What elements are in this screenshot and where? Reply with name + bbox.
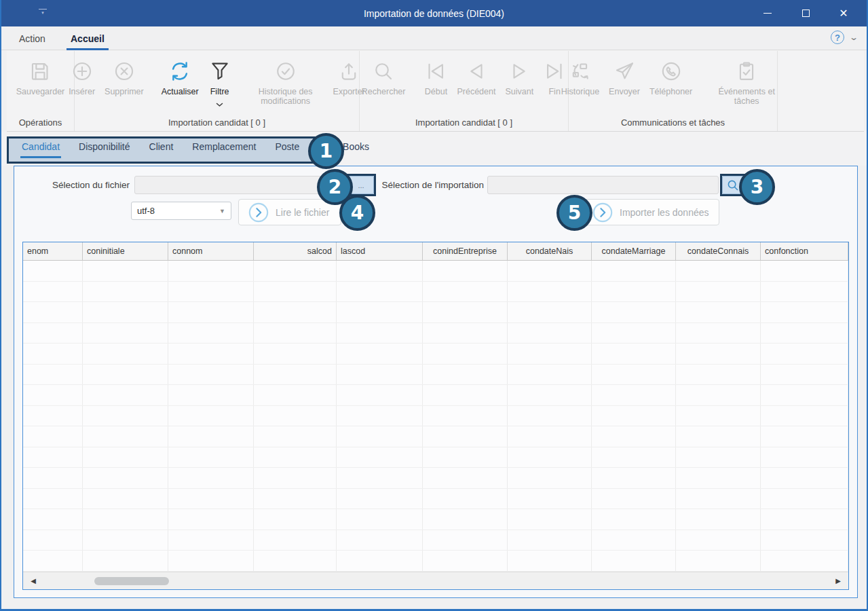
save-icon [29,57,52,86]
grid-cell [23,530,83,551]
grid-cell [508,489,592,509]
filter-dropdown-chevron-icon[interactable] [216,98,223,110]
column-header-conindEntreprise[interactable]: conindEntreprise [423,242,508,260]
grid-cell [423,551,508,571]
search-record-button[interactable]: Rechercher [357,57,411,96]
grid-cell [254,447,337,468]
column-header-confonction[interactable]: confonction [761,242,848,260]
tab-client[interactable]: Client [149,141,174,152]
grid-cell [254,489,337,509]
send-button[interactable]: Envoyer [604,57,645,96]
tab-disponibilite[interactable]: Disponibilité [79,141,130,152]
tab-remplacement[interactable]: Remplacement [192,141,256,152]
filter-button[interactable]: Filtre [204,57,236,110]
grid-cell [508,551,592,571]
grid-cell [761,261,848,281]
column-header-lascod[interactable]: lascod [337,242,423,260]
save-button[interactable]: Sauvegarder [12,57,70,96]
grid-row [23,323,848,344]
grid-cell [254,530,337,551]
scroll-right-arrow-icon[interactable]: ▶ [831,572,846,589]
column-header-connom[interactable]: connom [168,242,254,260]
grid-cell [83,385,168,405]
grid-body [23,261,848,572]
import-selection-input[interactable] [487,176,719,194]
column-header-enom[interactable]: enom [23,242,83,260]
grid-cell [254,261,337,281]
help-icon[interactable]: ? [831,31,844,44]
grid-header-row: enomconinitialeconnomsalcodlascodconindE… [23,242,848,261]
phone-icon [660,57,683,86]
delete-icon [113,57,136,86]
column-header-condateNais[interactable]: condateNais [508,242,592,260]
grid-cell [423,468,508,488]
insert-button[interactable]: Insérer [64,57,100,96]
grid-cell [337,489,423,509]
communication-history-button[interactable]: Historique [556,57,604,96]
ribbon-group-label: Communications et tâches [569,117,777,128]
refresh-button[interactable]: Actualiser [157,57,204,96]
grid-cell [592,447,676,468]
encoding-select[interactable]: utf-8 ▼ [131,202,231,220]
delete-button[interactable]: Supprimer [100,57,149,96]
first-record-icon [424,57,447,86]
grid-cell [508,468,592,488]
grid-cell [592,302,676,322]
first-record-button[interactable]: Début [419,57,452,96]
events-tasks-button[interactable]: Événements et tâches [704,57,789,106]
grid-row [23,530,848,551]
grid-cell [676,344,761,364]
ribbon: Sauvegarder Opérations Insérer Supprimer [7,51,864,132]
grid-cell [23,447,83,468]
grid-cell [508,261,592,281]
combo-arrow-icon: ▼ [219,208,225,215]
modification-history-button[interactable]: Historique des modifications [243,57,328,106]
window-title: Importation de données (DIE004) [0,8,868,19]
grid-cell [23,302,83,322]
scroll-left-arrow-icon[interactable]: ◀ [26,572,41,589]
grid-cell [337,468,423,488]
grid-cell [592,282,676,302]
grid-cell [83,509,168,530]
close-button[interactable]: ✕ [825,0,863,26]
column-header-condateConnais[interactable]: condateConnais [676,242,761,260]
grid-row [23,468,848,489]
grid-cell [761,302,848,322]
send-icon [613,57,636,86]
next-record-button[interactable]: Suivant [500,57,538,96]
grid-cell [254,323,337,344]
grid-cell [423,261,508,281]
grid-cell [254,344,337,364]
grid-cell [337,385,423,405]
minimize-button[interactable] [749,0,787,26]
grid-cell [423,344,508,364]
scrollbar-thumb[interactable] [94,577,169,585]
import-data-grid: enomconinitialeconnomsalcodlascodconindE… [22,242,849,590]
grid-cell [423,447,508,468]
maximize-button[interactable] [787,0,825,26]
grid-cell [592,385,676,405]
grid-cell [761,344,848,364]
grid-row [23,551,848,572]
column-header-coninitiale[interactable]: coninitiale [83,242,168,260]
column-header-condateMarriage[interactable]: condateMarriage [592,242,676,260]
grid-cell [83,323,168,344]
tab-candidat[interactable]: Candidat [22,141,60,152]
menu-tab-accueil[interactable]: Accueil [68,32,107,45]
chevron-down-icon[interactable]: ⌄ [849,33,858,42]
import-data-button[interactable]: Importer les données [582,199,719,225]
column-header-salcod[interactable]: salcod [254,242,337,260]
grid-cell [676,509,761,530]
file-path-input[interactable] [134,176,348,194]
previous-record-button[interactable]: Précédent [452,57,500,96]
grid-cell [423,385,508,405]
tab-poste[interactable]: Poste [275,141,299,152]
grid-cell [676,302,761,322]
phone-button[interactable]: Téléphoner [645,57,697,96]
horizontal-scrollbar[interactable]: ◀ ▶ [23,572,848,589]
grid-row [23,261,848,282]
grid-cell [254,509,337,530]
grid-cell [592,509,676,530]
menu-tab-action[interactable]: Action [16,32,48,45]
grid-cell [168,426,254,447]
